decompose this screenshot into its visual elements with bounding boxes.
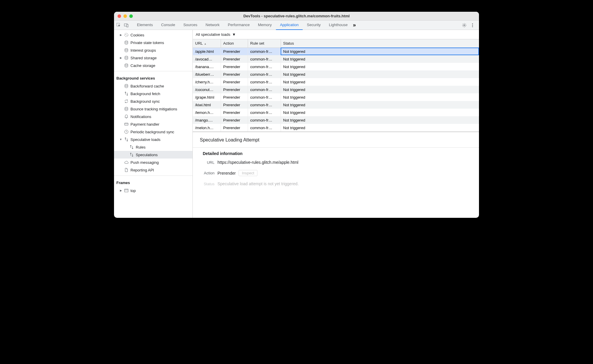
sidebar-item-label: Interest groups — [130, 48, 156, 53]
sidebar-item-cache-storage[interactable]: Cache storage — [114, 62, 192, 69]
sidebar-item-back-forward-cache[interactable]: Back/forward cache — [114, 82, 192, 90]
sidebar-item-payment-handler[interactable]: Payment handler — [114, 120, 192, 128]
sidebar-item-notifications[interactable]: Notifications — [114, 113, 192, 120]
bell-icon — [124, 114, 129, 119]
sidebar-item-label: Bounce tracking mitigations — [130, 107, 177, 111]
table-row[interactable]: /melon.h…Prerendercommon-fr…Not triggere… — [193, 124, 479, 132]
sync-icon — [124, 99, 129, 104]
tab-elements[interactable]: Elements — [133, 21, 157, 30]
sidebar-item-rules[interactable]: Rules — [114, 143, 192, 151]
sidebar-item-cookies[interactable]: ▶Cookies — [114, 31, 192, 39]
sidebar-item-label: Background sync — [130, 99, 160, 104]
cell-ruleset: common-fr… — [248, 63, 281, 70]
column-header-status[interactable]: Status — [281, 39, 479, 48]
filter-bar[interactable]: All speculative loads ▼ — [193, 30, 479, 39]
table-row[interactable]: /grape.htmlPrerendercommon-fr…Not trigge… — [193, 93, 479, 101]
devtools-window: DevTools - speculative-rules.glitch.me/c… — [114, 12, 479, 218]
sidebar-item-label: Background fetch — [130, 92, 160, 96]
sidebar-item-speculative-loads[interactable]: ▼Speculative loads — [114, 136, 192, 143]
updown-icon — [129, 152, 134, 157]
cell-ruleset: common-fr… — [248, 86, 281, 93]
sidebar-item-label: Shared storage — [130, 56, 157, 60]
detail-action-label: Action — [200, 171, 217, 175]
table-row[interactable]: /kiwi.htmlPrerendercommon-fr…Not trigger… — [193, 101, 479, 109]
svg-rect-19 — [125, 189, 128, 192]
panel-tabs: ElementsConsoleSourcesNetworkPerformance… — [133, 21, 352, 30]
sidebar-section-frames: Frames — [114, 178, 192, 187]
db-icon — [124, 48, 129, 53]
sidebar-item-label: Push messaging — [130, 160, 159, 165]
cell-ruleset: common-fr… — [248, 124, 281, 132]
window-title: DevTools - speculative-rules.glitch.me/c… — [114, 14, 479, 18]
sidebar-item-bounce-tracking-mitigations[interactable]: Bounce tracking mitigations — [114, 105, 192, 113]
sidebar-item-top[interactable]: ▶top — [114, 187, 192, 194]
sidebar-item-interest-groups[interactable]: Interest groups — [114, 46, 192, 54]
column-header-rule-set[interactable]: Rule set — [248, 39, 281, 48]
svg-point-10 — [125, 41, 128, 42]
cell-status: Not triggered — [281, 116, 479, 124]
cell-status: Not triggered — [281, 101, 479, 109]
sidebar-item-speculations[interactable]: Speculations — [114, 151, 192, 159]
device-icon[interactable] — [124, 23, 129, 28]
cell-url: /cherry.h… — [193, 78, 221, 86]
tab-memory[interactable]: Memory — [254, 21, 276, 30]
more-tabs-button[interactable]: » — [353, 22, 356, 28]
main-panel: All speculative loads ▼ URL▲ActionRule s… — [193, 30, 479, 218]
detail-pane: Speculative Loading Attempt Detailed inf… — [193, 132, 479, 218]
table-row[interactable]: /lemon.h…Prerendercommon-fr…Not triggere… — [193, 109, 479, 116]
cell-action: Prerender — [221, 78, 248, 86]
tab-console[interactable]: Console — [157, 21, 179, 30]
svg-point-9 — [127, 35, 127, 36]
speculations-table: URL▲ActionRule setStatus /apple.htmlPrer… — [193, 39, 479, 132]
table-row[interactable]: /blueberr…Prerendercommon-fr…Not trigger… — [193, 70, 479, 78]
tab-lighthouse[interactable]: Lighthouse — [325, 21, 352, 30]
tab-sources[interactable]: Sources — [179, 21, 202, 30]
cell-url: /kiwi.html — [193, 101, 221, 109]
cell-ruleset: common-fr… — [248, 93, 281, 101]
sidebar-item-background-sync[interactable]: Background sync — [114, 97, 192, 105]
sidebar: ▶CookiesPrivate state tokensInterest gro… — [114, 30, 193, 218]
cell-status: Not triggered — [281, 78, 479, 86]
sidebar-item-label: Cookies — [130, 33, 144, 37]
doc-icon — [124, 168, 129, 172]
tab-application[interactable]: Application — [276, 21, 303, 30]
sidebar-item-label: Back/forward cache — [130, 84, 164, 88]
sidebar-item-shared-storage[interactable]: ▶Shared storage — [114, 54, 192, 62]
settings-icon[interactable] — [462, 23, 467, 28]
table-row[interactable]: /apple.htmlPrerendercommon-fr…Not trigge… — [193, 48, 479, 55]
table-row[interactable]: /coconut…Prerendercommon-fr…Not triggere… — [193, 86, 479, 93]
table-row[interactable]: /avocad…Prerendercommon-fr…Not triggered — [193, 55, 479, 63]
svg-point-15 — [125, 107, 128, 108]
table-row[interactable]: /banana.…Prerendercommon-fr…Not triggere… — [193, 63, 479, 70]
detail-section-title: Detailed information — [203, 151, 472, 156]
column-header-action[interactable]: Action — [221, 39, 248, 48]
svg-point-8 — [125, 34, 126, 35]
table-row[interactable]: /cherry.h…Prerendercommon-fr…Not trigger… — [193, 78, 479, 86]
cell-url: /grape.html — [193, 93, 221, 101]
sidebar-item-periodic-background-sync[interactable]: Periodic background sync — [114, 128, 192, 136]
column-header-url[interactable]: URL▲ — [193, 39, 221, 48]
tab-performance[interactable]: Performance — [224, 21, 254, 30]
tab-security[interactable]: Security — [303, 21, 325, 30]
sidebar-item-label: Reporting API — [130, 168, 154, 172]
svg-rect-2 — [127, 24, 128, 27]
tab-network[interactable]: Network — [202, 21, 224, 30]
sidebar-item-reporting-api[interactable]: Reporting API — [114, 166, 192, 174]
inspect-button[interactable]: Inspect — [239, 170, 257, 176]
cell-action: Prerender — [221, 86, 248, 93]
cell-status: Not triggered — [281, 93, 479, 101]
table-row[interactable]: /mango.…Prerendercommon-fr…Not triggered — [193, 116, 479, 124]
cell-action: Prerender — [221, 93, 248, 101]
sidebar-item-push-messaging[interactable]: Push messaging — [114, 159, 192, 166]
frame-icon — [124, 188, 129, 193]
cell-ruleset: common-fr… — [248, 48, 281, 55]
cell-url: /avocad… — [193, 55, 221, 63]
sort-asc-icon: ▲ — [204, 42, 207, 45]
sidebar-item-private-state-tokens[interactable]: Private state tokens — [114, 39, 192, 46]
kebab-menu-icon[interactable] — [470, 23, 475, 28]
sidebar-item-background-fetch[interactable]: Background fetch — [114, 90, 192, 97]
sidebar-item-label: Speculative loads — [130, 137, 160, 142]
inspect-icon[interactable] — [116, 23, 121, 28]
cell-action: Prerender — [221, 55, 248, 63]
titlebar: DevTools - speculative-rules.glitch.me/c… — [114, 12, 479, 21]
